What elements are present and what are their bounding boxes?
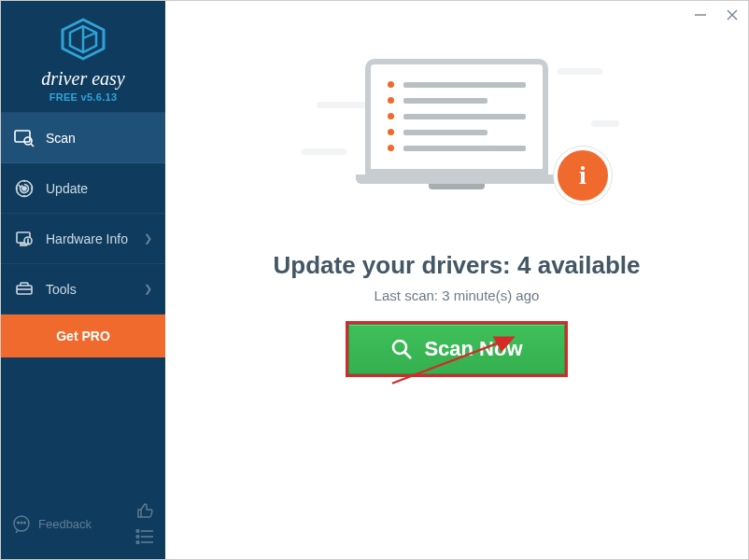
sidebar-item-tools[interactable]: Tools ❯ [1,264,165,315]
svg-line-27 [404,352,411,358]
headline-prefix: Update your drivers: [273,251,517,279]
brand-edition: FREE v5.6.13 [1,91,165,103]
sidebar-right-icons [135,501,154,546]
brand-logo-icon [59,18,107,64]
hardware-icon [14,229,35,249]
content-area: i Update your drivers: 4 available Last … [165,1,748,374]
main-panel: i Update your drivers: 4 available Last … [165,1,748,559]
sidebar-spacer [1,357,165,492]
menu-icon[interactable] [135,527,154,546]
svg-point-5 [22,187,26,190]
update-icon [14,178,35,199]
scan-icon [14,128,35,148]
sidebar-item-label: Update [46,181,152,196]
svg-rect-1 [15,131,30,142]
thumbs-up-icon[interactable] [135,501,154,520]
chevron-right-icon: ❯ [144,283,152,295]
close-button[interactable] [724,7,741,23]
search-icon [390,338,413,360]
sidebar-item-label: Tools [46,282,144,297]
scan-button-label: Scan Now [424,337,522,361]
sidebar-nav: Scan Update [1,113,165,315]
get-pro-button[interactable]: Get PRO [1,315,165,357]
sidebar: driver easy FREE v5.6.13 Scan [1,1,165,559]
sidebar-bottom: Feedback [1,492,165,559]
chevron-right-icon: ❯ [144,232,152,245]
window-controls [692,7,741,23]
svg-point-10 [27,242,28,243]
svg-point-26 [393,341,406,354]
feedback-button[interactable]: Feedback [12,514,92,533]
feedback-label: Feedback [38,517,92,531]
svg-point-2 [24,137,32,145]
info-badge-icon: i [554,147,612,204]
brand-name: driver easy [1,68,165,90]
last-scan-label: Last scan: 3 minute(s) ago [374,287,540,303]
sidebar-item-label: Scan [46,131,152,146]
sidebar-item-scan[interactable]: Scan [1,113,165,163]
svg-point-17 [136,530,139,533]
sidebar-item-update[interactable]: Update [1,163,165,214]
feedback-icon [12,514,31,533]
minimize-button[interactable] [692,7,709,23]
svg-point-21 [136,541,139,544]
svg-point-15 [21,522,22,524]
svg-line-3 [31,144,34,147]
sidebar-item-hardware[interactable]: Hardware Info ❯ [1,214,165,264]
headline-count: 4 available [517,251,641,279]
tools-icon [14,279,35,300]
scan-now-button[interactable]: Scan Now [348,324,565,374]
headline: Update your drivers: 4 available [273,251,640,280]
sidebar-item-label: Hardware Info [46,231,144,246]
logo-area: driver easy FREE v5.6.13 [1,1,165,113]
svg-point-19 [136,536,139,539]
laptop-icon [356,59,558,189]
svg-point-14 [18,522,20,524]
app-window: driver easy FREE v5.6.13 Scan [1,1,748,559]
scan-illustration: i [307,59,606,227]
svg-point-16 [24,522,26,524]
